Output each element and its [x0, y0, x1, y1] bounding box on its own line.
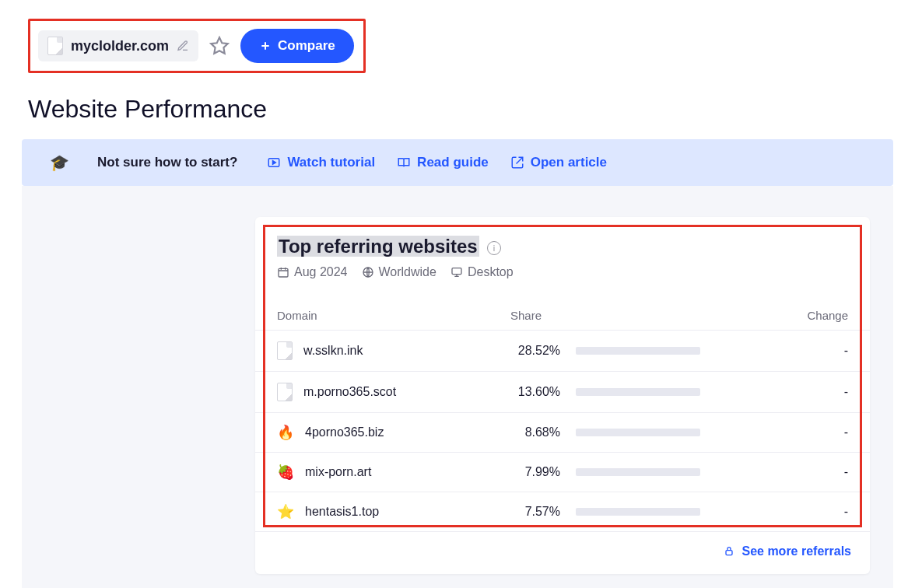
row-share: 7.99%: [510, 465, 560, 479]
share-bar: [576, 388, 700, 396]
page-icon: [47, 37, 63, 55]
info-icon[interactable]: i: [487, 241, 501, 255]
row-domain: hentasis1.top: [305, 505, 379, 519]
row-domain: m.porno365.scot: [303, 385, 396, 399]
domain-cell: 🔥4porno365.biz: [277, 424, 467, 441]
meta-device[interactable]: Desktop: [450, 265, 514, 279]
annotation-top: myclolder.com Compare: [28, 19, 366, 73]
svg-marker-0: [211, 37, 228, 54]
open-article-label: Open article: [531, 155, 607, 170]
svg-rect-4: [452, 268, 461, 275]
table-row[interactable]: 🔥4porno365.biz8.68%-: [255, 413, 870, 453]
row-change: -: [785, 372, 870, 413]
domain-cell: m.porno365.scot: [277, 383, 467, 401]
watch-tutorial-label: Watch tutorial: [287, 155, 375, 170]
svg-rect-2: [279, 268, 288, 277]
graduation-cap-icon: 🎓: [50, 153, 69, 172]
card-footer: See more referrals: [255, 532, 870, 574]
domain-cell: 🍓mix-porn.art: [277, 464, 467, 481]
card-title: Top referring websites: [277, 236, 479, 257]
row-share: 28.52%: [510, 344, 560, 358]
referrals-card: Top referring websites i Aug 2024 Worldw…: [255, 217, 870, 574]
share-cell: 7.57%: [510, 505, 763, 519]
favorite-star-icon[interactable]: [209, 36, 230, 56]
see-more-referrals-link[interactable]: See more referrals: [723, 544, 851, 558]
page-title: Website Performance: [0, 87, 915, 139]
content-area: Top referring websites i Aug 2024 Worldw…: [22, 186, 893, 588]
share-bar: [576, 347, 700, 355]
row-share: 8.68%: [510, 425, 560, 439]
meta-date[interactable]: Aug 2024: [277, 265, 348, 279]
card-meta: Aug 2024 Worldwide Desktop: [277, 265, 848, 279]
domain-cell: ⭐hentasis1.top: [277, 503, 467, 520]
page-icon: [277, 383, 293, 401]
see-more-label: See more referrals: [741, 544, 851, 558]
read-guide-link[interactable]: Read guide: [397, 155, 489, 170]
site-favicon: ⭐: [277, 503, 294, 520]
row-change: -: [785, 413, 870, 453]
meta-region[interactable]: Worldwide: [362, 265, 436, 279]
meta-device-label: Desktop: [468, 265, 514, 279]
page-icon: [277, 341, 293, 360]
table-row[interactable]: 🍓mix-porn.art7.99%-: [255, 453, 870, 492]
row-share: 7.57%: [510, 505, 560, 519]
site-favicon: 🍓: [277, 464, 294, 481]
domain-cell: w.sslkn.ink: [277, 341, 467, 360]
row-domain: w.sslkn.ink: [303, 344, 363, 358]
row-domain: mix-porn.art: [305, 465, 371, 479]
row-change: -: [785, 453, 870, 492]
read-guide-label: Read guide: [417, 155, 489, 170]
open-article-link[interactable]: Open article: [510, 155, 607, 170]
help-banner: 🎓 Not sure how to start? Watch tutorial …: [22, 139, 893, 186]
meta-date-label: Aug 2024: [294, 265, 348, 279]
row-change: -: [785, 492, 870, 532]
share-cell: 7.99%: [510, 465, 763, 479]
compare-label: Compare: [278, 38, 335, 54]
col-share: Share: [489, 301, 785, 331]
domain-chip[interactable]: myclolder.com: [38, 30, 198, 61]
site-favicon: 🔥: [277, 424, 294, 441]
table-row[interactable]: ⭐hentasis1.top7.57%-: [255, 492, 870, 532]
share-bar: [576, 508, 700, 516]
share-cell: 8.68%: [510, 425, 763, 439]
table-row[interactable]: m.porno365.scot13.60%-: [255, 372, 870, 413]
col-domain: Domain: [255, 301, 489, 331]
table-row[interactable]: w.sslkn.ink28.52%-: [255, 331, 870, 372]
referrals-table: Domain Share Change w.sslkn.ink28.52%-m.…: [255, 301, 870, 532]
row-change: -: [785, 331, 870, 372]
domain-name: myclolder.com: [71, 38, 169, 54]
watch-tutorial-link[interactable]: Watch tutorial: [267, 155, 375, 170]
svg-rect-5: [726, 551, 732, 555]
share-bar: [576, 468, 700, 476]
share-cell: 28.52%: [510, 344, 763, 358]
compare-button[interactable]: Compare: [240, 29, 354, 63]
row-share: 13.60%: [510, 385, 560, 399]
col-change: Change: [785, 301, 870, 331]
help-prompt: Not sure how to start?: [97, 155, 237, 170]
share-bar: [576, 429, 700, 436]
meta-region-label: Worldwide: [379, 265, 436, 279]
share-cell: 13.60%: [510, 385, 763, 399]
row-domain: 4porno365.biz: [305, 425, 384, 439]
topbar: myclolder.com Compare: [0, 0, 915, 87]
edit-icon[interactable]: [177, 40, 189, 52]
card-header: Top referring websites i Aug 2024 Worldw…: [255, 217, 870, 287]
